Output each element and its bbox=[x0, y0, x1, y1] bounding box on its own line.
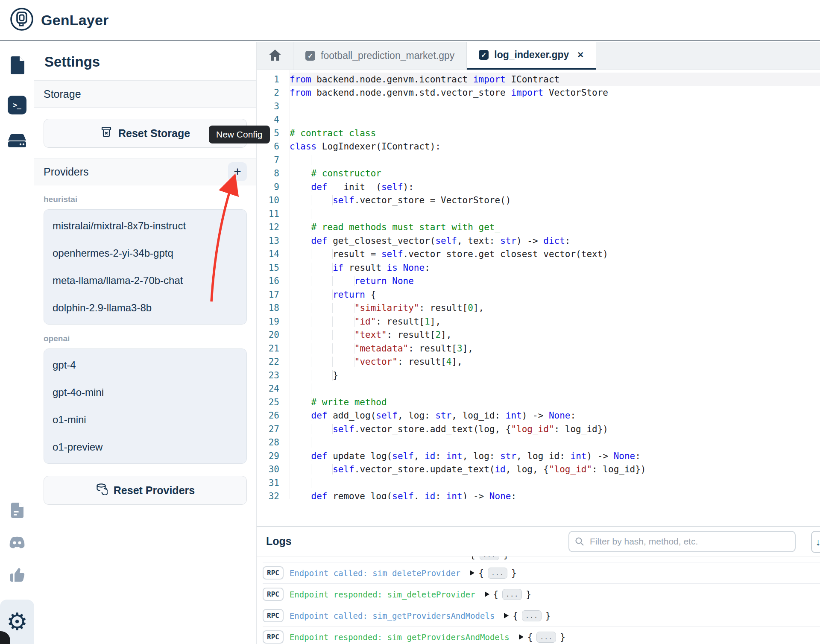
code-line[interactable]: 6class LogIndexer(IContract): bbox=[257, 140, 820, 154]
add-provider-button[interactable]: + bbox=[228, 162, 247, 181]
code-line[interactable]: 2from backend.node.genvm.std.vector_stor… bbox=[257, 86, 820, 100]
log-row: RPCEndpoint responded: sim_deleteProvide… bbox=[263, 583, 820, 605]
contracts-file-icon[interactable] bbox=[9, 56, 26, 77]
expand-dots-button[interactable]: ... bbox=[480, 556, 499, 560]
code-line[interactable]: 27 self.vector_store.add_text(log, {"log… bbox=[257, 422, 820, 436]
reset-providers-button[interactable]: Reset Providers bbox=[44, 476, 247, 505]
line-number: 31 bbox=[257, 478, 290, 488]
line-number: 9 bbox=[257, 182, 290, 192]
code-line[interactable]: 17 return { bbox=[257, 288, 820, 302]
code-line[interactable]: 28 bbox=[257, 436, 820, 450]
line-number: 16 bbox=[257, 276, 290, 286]
code-line[interactable]: 9 def __init__(self): bbox=[257, 180, 820, 194]
provider-group-label: openai bbox=[44, 334, 247, 343]
code-line[interactable]: 18 "similarity": result[0], bbox=[257, 302, 820, 315]
tab-check-icon: ✓ bbox=[305, 51, 315, 61]
logs-filter-input[interactable] bbox=[568, 531, 796, 552]
close-brace: } bbox=[545, 611, 551, 621]
storage-drive-icon[interactable] bbox=[8, 133, 26, 151]
log-expander[interactable]: {...} bbox=[504, 610, 551, 621]
code-line[interactable]: 30 self.vector_store.update_text(id, log… bbox=[257, 463, 820, 477]
code-line[interactable]: 3 bbox=[257, 100, 820, 113]
genlayer-logo-icon bbox=[9, 7, 34, 33]
provider-model-item[interactable]: meta-llama/llama-2-70b-chat bbox=[44, 267, 246, 294]
code-line[interactable]: 26 def add_log(self, log: str, log_id: i… bbox=[257, 409, 820, 423]
tab-football-prediction-market[interactable]: ✓ football_prediction_market.gpy bbox=[293, 42, 467, 70]
expand-dots-button[interactable]: ... bbox=[522, 610, 542, 621]
line-number: 14 bbox=[257, 249, 290, 259]
close-brace: } bbox=[526, 589, 531, 600]
docs-file-icon[interactable] bbox=[10, 502, 24, 521]
provider-model-item[interactable]: gpt-4o-mini bbox=[44, 379, 246, 406]
storage-section-header: Storage bbox=[34, 80, 256, 108]
code-line-text: # write method bbox=[290, 395, 820, 409]
log-row: RPCEndpoint called: sim_deleteProvider{.… bbox=[263, 562, 820, 583]
reset-providers-icon bbox=[96, 483, 108, 498]
code-line[interactable]: 4 bbox=[257, 113, 820, 127]
code-line-text bbox=[290, 113, 820, 127]
code-line[interactable]: 24 bbox=[257, 382, 820, 396]
code-line[interactable]: 22 "vector": result[4], bbox=[257, 355, 820, 369]
code-line[interactable]: 12 # read methods must start with get_ bbox=[257, 221, 820, 234]
editor-tabbar: ✓ football_prediction_market.gpy ✓ log_i… bbox=[257, 42, 820, 70]
close-tab-icon[interactable]: ✕ bbox=[577, 50, 584, 60]
code-line[interactable]: 23 } bbox=[257, 369, 820, 382]
code-editor[interactable]: 1from backend.node.genvm.icontract impor… bbox=[257, 70, 820, 499]
line-number: 21 bbox=[257, 343, 290, 354]
code-line-text: from backend.node.genvm.std.vector_store… bbox=[290, 86, 820, 100]
log-type-badge: RPC bbox=[263, 566, 284, 580]
provider-model-item[interactable]: dolphin-2.9-llama3-8b bbox=[44, 294, 246, 322]
code-line[interactable]: 1from backend.node.genvm.icontract impor… bbox=[257, 73, 820, 86]
terminal-icon[interactable]: >_ bbox=[8, 96, 26, 114]
code-line[interactable]: 20 "text": result[2], bbox=[257, 328, 820, 342]
line-number: 11 bbox=[257, 209, 290, 219]
code-line-text: if result is None: bbox=[290, 261, 820, 275]
log-expander[interactable]: {...} bbox=[470, 568, 516, 579]
close-brace: } bbox=[511, 568, 517, 578]
code-line-text: from backend.node.genvm.icontract import… bbox=[290, 73, 820, 86]
expand-dots-button[interactable]: ... bbox=[488, 568, 507, 579]
code-line[interactable]: 11 bbox=[257, 207, 820, 221]
log-expander[interactable]: {...} bbox=[519, 632, 565, 643]
code-line[interactable]: 29 def update_log(self, id: int, log: st… bbox=[257, 449, 820, 463]
code-line[interactable]: 31 bbox=[257, 476, 820, 490]
code-line[interactable]: 13 def get_closest_vector(self, text: st… bbox=[257, 234, 820, 248]
code-line[interactable]: 19 "id": result[1], bbox=[257, 315, 820, 328]
expand-dots-button[interactable]: ... bbox=[502, 589, 522, 600]
line-number: 17 bbox=[257, 290, 290, 300]
code-line-text: self.vector_store.update_text(id, log, {… bbox=[290, 463, 820, 477]
log-row: RPCEndpoint called: sim_getProvidersAndM… bbox=[263, 605, 820, 626]
tab-log-indexer[interactable]: ✓ log_indexer.gpy ✕ bbox=[467, 42, 596, 70]
code-line[interactable]: 15 if result is None: bbox=[257, 261, 820, 275]
provider-model-item[interactable]: mistralai/mixtral-8x7b-instruct bbox=[44, 212, 246, 240]
discord-icon[interactable] bbox=[8, 536, 26, 552]
provider-model-item[interactable]: o1-mini bbox=[44, 406, 246, 433]
code-line[interactable]: 16 return None bbox=[257, 275, 820, 288]
feedback-thumbs-up-icon[interactable] bbox=[9, 567, 25, 584]
sort-logs-button[interactable]: ↓↑ bbox=[811, 531, 820, 553]
home-tab[interactable] bbox=[257, 42, 293, 70]
line-number: 23 bbox=[257, 370, 290, 381]
code-line-text: class LogIndexer(IContract): bbox=[290, 140, 820, 154]
storage-heading: Storage bbox=[44, 88, 81, 100]
code-line[interactable]: 14 result = self.vector_store.get_closes… bbox=[257, 248, 820, 261]
provider-model-item[interactable]: gpt-4 bbox=[44, 351, 246, 379]
code-line[interactable]: 21 "metadata": result[3], bbox=[257, 342, 820, 355]
open-brace: { bbox=[493, 589, 499, 600]
code-line[interactable]: 10 self.vector_store = VectorStore() bbox=[257, 194, 820, 208]
code-line[interactable]: 5# contract class bbox=[257, 126, 820, 140]
open-brace: { bbox=[470, 556, 475, 560]
reset-storage-icon bbox=[100, 126, 112, 141]
provider-model-item[interactable]: o1-preview bbox=[44, 433, 246, 461]
provider-model-item[interactable]: openhermes-2-yi-34b-gptq bbox=[44, 240, 246, 267]
code-line[interactable]: 7 bbox=[257, 153, 820, 167]
code-line[interactable]: 32 def remove_log(self, id: int) -> None… bbox=[257, 490, 820, 499]
line-number: 28 bbox=[257, 437, 290, 448]
code-line[interactable]: 8 # constructor bbox=[257, 167, 820, 181]
expand-triangle-icon bbox=[519, 634, 524, 640]
line-number: 32 bbox=[257, 491, 290, 499]
log-expander[interactable]: {...} bbox=[485, 589, 531, 600]
logs-panel: Logs ↓↑ { ... } RPCEndpoin bbox=[257, 526, 820, 644]
code-line[interactable]: 25 # write method bbox=[257, 395, 820, 409]
expand-dots-button[interactable]: ... bbox=[536, 632, 556, 643]
